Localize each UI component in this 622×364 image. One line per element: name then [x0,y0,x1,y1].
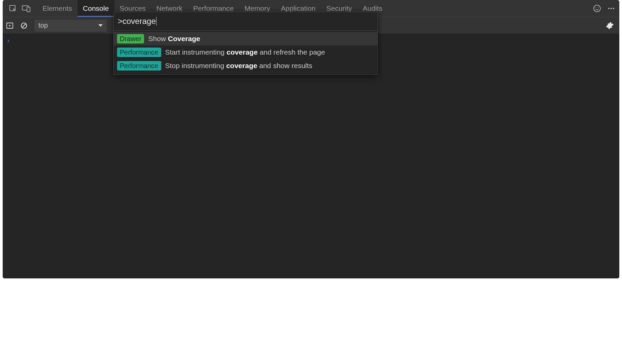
command-text: Show Coverage [148,35,200,43]
command-badge: Performance [117,61,161,70]
command-menu-input[interactable]: >coverage [118,16,373,26]
svg-rect-2 [27,7,30,12]
command-menu: >coverage Drawer Show Coverage Performan… [113,12,378,75]
svg-point-7 [611,8,612,9]
command-badge: Performance [117,48,161,57]
console-prompt-icon: › [7,37,9,44]
chevron-down-icon [98,24,103,27]
inspect-icon[interactable] [6,0,20,17]
device-toggle-icon[interactable] [20,0,33,17]
svg-point-3 [594,5,600,12]
context-selector[interactable]: top [34,20,107,32]
text-caret [156,17,157,26]
svg-point-8 [613,8,614,9]
feedback-icon[interactable] [593,4,601,12]
context-selector-value: top [38,22,48,29]
command-menu-item[interactable]: Drawer Show Coverage [114,32,377,46]
svg-point-4 [596,7,596,8]
command-badge: Drawer [117,34,144,43]
svg-point-6 [608,8,610,9]
devtools-window: Elements Console Sources Network Perform… [3,0,619,278]
svg-rect-0 [10,5,15,11]
command-menu-item[interactable]: Performance Stop instrumenting coverage … [114,59,377,72]
command-menu-list: Drawer Show Coverage Performance Start i… [114,31,377,74]
command-menu-item[interactable]: Performance Start instrumenting coverage… [114,46,377,59]
svg-line-11 [22,24,26,28]
clear-console-icon[interactable] [20,22,30,29]
tab-console[interactable]: Console [78,0,114,17]
toggle-sidebar-icon[interactable] [6,22,16,29]
command-text: Stop instrumenting coverage and show res… [165,62,313,70]
tab-elements[interactable]: Elements [37,0,78,17]
command-text: Start instrumenting coverage and refresh… [165,48,325,56]
more-icon[interactable] [607,4,615,12]
gear-icon[interactable] [606,22,614,30]
command-menu-query: >coverage [118,16,156,26]
svg-point-5 [598,7,599,8]
